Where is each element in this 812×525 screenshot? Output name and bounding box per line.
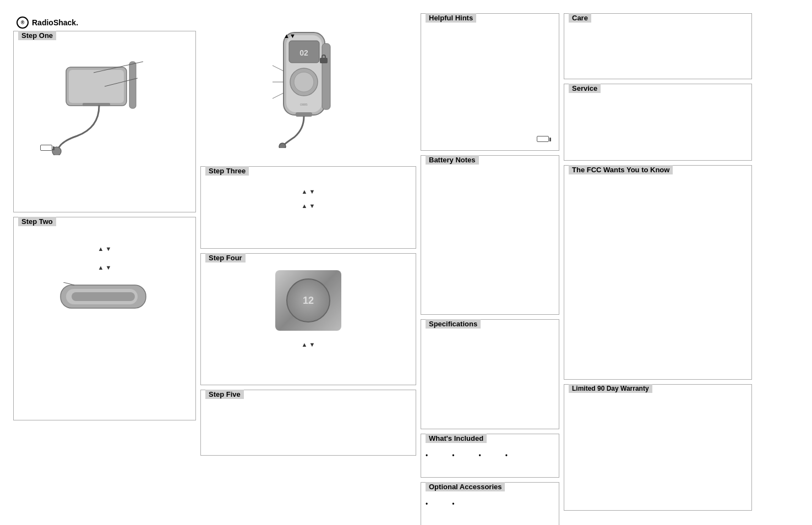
whats-included-item-1: [426, 452, 441, 460]
svg-point-16: [294, 72, 314, 92]
specifications-title: Specifications: [426, 319, 481, 329]
whats-included-list: [426, 452, 554, 460]
warranty-title: Limited 90 Day Warranty: [569, 384, 652, 393]
step-two-title: Step Two: [18, 217, 56, 226]
fcc-title: The FCC Wants You to Know: [569, 165, 673, 174]
step-two-arrows-2: ▲ ▼: [18, 258, 191, 277]
step-three-section: Step Three ▲ ▼ ▲ ▼: [200, 166, 416, 249]
logo-registered-circle: ®: [17, 17, 29, 29]
helpful-hints-content: [426, 30, 554, 52]
lock-icon-container: [320, 54, 328, 65]
svg-line-10: [63, 282, 74, 285]
step-one-content: [18, 48, 191, 158]
brand-name: RadioShack.: [32, 18, 78, 27]
logo-area: ® RadioShack.: [11, 11, 198, 29]
whats-included-section: What's Included: [421, 434, 559, 478]
step-one-battery-icon: [40, 145, 52, 152]
step-two-illustration: [18, 282, 191, 313]
svg-rect-1: [69, 70, 124, 103]
battery-notes-title: Battery Notes: [426, 155, 479, 165]
service-content: [569, 101, 747, 123]
care-section: Care: [564, 13, 752, 79]
warranty-content: [569, 401, 747, 423]
step-three-arrows-1: ▲ ▼: [205, 183, 411, 200]
warranty-section: Limited 90 Day Warranty: [564, 384, 752, 511]
column-4: Care Service The FCC Wants You to Know L…: [562, 11, 754, 525]
column-1: ® RadioShack. Step One: [11, 11, 198, 525]
step-three-title: Step Three: [205, 166, 249, 176]
step-two-arrows-1: ▲ ▼: [18, 234, 191, 258]
specifications-content: [426, 336, 554, 358]
step-four-dial: 12: [205, 270, 411, 331]
step-four-title: Step Four: [205, 253, 246, 262]
step-one-section: Step One: [13, 31, 196, 212]
svg-rect-3: [129, 62, 136, 108]
care-content: [569, 30, 747, 52]
svg-text:02: 02: [299, 48, 308, 57]
device-placeholder: ▲▼ 02: [273, 27, 344, 148]
page: ® RadioShack. Step One: [0, 0, 812, 525]
optional-accessories-title: Optional Accessories: [426, 482, 505, 491]
whats-included-content: [426, 452, 554, 474]
optional-accessories-item-1: [426, 500, 441, 508]
svg-text:0885: 0885: [300, 103, 308, 106]
optional-accessories-content: [426, 500, 554, 522]
whats-included-item-4: [505, 452, 521, 460]
step-five-title: Step Five: [205, 390, 244, 399]
column-3: Helpful Hints Battery Notes Specificatio…: [418, 11, 562, 525]
whats-included-title: What's Included: [426, 434, 487, 443]
step-three-arrows-2: ▲ ▼: [205, 200, 411, 212]
svg-rect-9: [72, 292, 135, 301]
helpful-hints-battery-icon: [537, 136, 549, 144]
step-four-arrows: ▲ ▼: [205, 336, 411, 353]
step-four-content: 12 ▲ ▼: [205, 270, 411, 353]
step-two-section: Step Two ▲ ▼ ▲ ▼: [13, 217, 196, 420]
svg-rect-2: [83, 103, 110, 106]
helpful-hints-title: Helpful Hints: [426, 13, 476, 23]
whats-included-item-3: [478, 452, 494, 460]
step-four-section: Step Four 12 ▲ ▼: [200, 253, 416, 385]
registered-symbol: ®: [21, 20, 25, 25]
step-three-content: ▲ ▼ ▲ ▼: [205, 183, 411, 212]
optional-accessories-item-2: [452, 500, 467, 508]
optional-accessories-list: [426, 500, 554, 508]
bottom-clip-svg: [58, 282, 151, 313]
column-2: ▲▼ 02: [198, 11, 418, 525]
clip-device-svg: [50, 51, 160, 155]
fcc-content: [569, 182, 747, 204]
fcc-section: The FCC Wants You to Know: [564, 165, 752, 380]
service-section: Service: [564, 84, 752, 161]
service-title: Service: [569, 84, 601, 93]
optional-accessories-section: Optional Accessories: [421, 482, 559, 525]
step-one-title: Step One: [18, 31, 56, 40]
whats-included-item-2: [452, 452, 467, 460]
care-title: Care: [569, 13, 591, 23]
step-one-illustration: [18, 48, 191, 158]
main-device-svg: 02 0885: [273, 27, 344, 148]
helpful-hints-section: Helpful Hints: [421, 13, 559, 151]
step-five-content: [205, 407, 411, 429]
step-five-section: Step Five: [200, 390, 416, 456]
svg-point-19: [279, 143, 286, 148]
specifications-section: Specifications: [421, 319, 559, 429]
step-two-content: ▲ ▼ ▲ ▼: [18, 234, 191, 313]
svg-rect-17: [322, 43, 330, 110]
battery-notes-content: [426, 172, 554, 194]
svg-line-20: [273, 65, 284, 71]
svg-line-22: [273, 93, 284, 99]
battery-notes-section: Battery Notes: [421, 155, 559, 315]
device-arrows-label: ▲▼: [284, 32, 296, 39]
device-image-area: ▲▼ 02: [200, 13, 416, 162]
